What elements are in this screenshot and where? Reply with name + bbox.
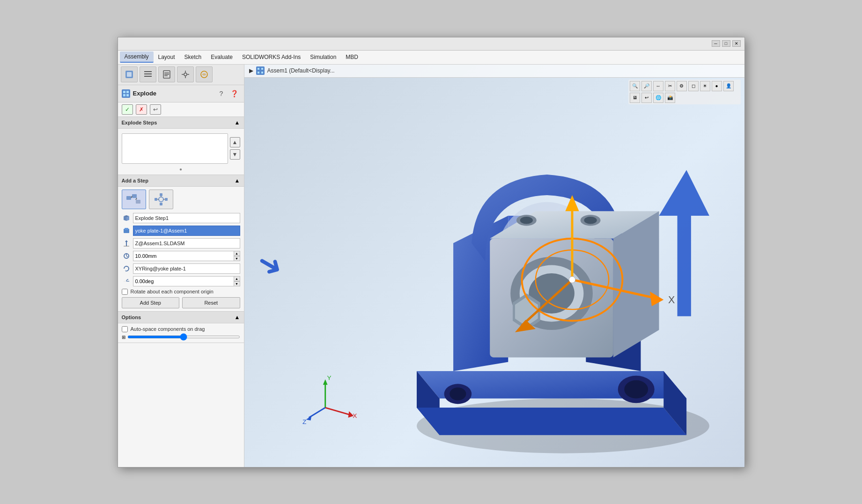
- menu-item-layout[interactable]: Layout: [154, 52, 180, 62]
- mount-hole-1-inner: [520, 216, 532, 224]
- steps-scroll-up[interactable]: ▲: [230, 137, 240, 147]
- menu-item-simulation[interactable]: Simulation: [305, 52, 341, 62]
- steps-scroll-down[interactable]: ▼: [230, 149, 240, 160]
- maximize-button[interactable]: □: [722, 40, 730, 47]
- help-button[interactable]: ?: [216, 88, 227, 99]
- svg-point-9: [184, 73, 187, 76]
- svg-rect-18: [126, 94, 129, 96]
- svg-rect-6: [164, 73, 169, 73]
- tab-move-component[interactable]: [177, 66, 194, 82]
- step-icons-row: [122, 190, 240, 209]
- step-name-input[interactable]: [133, 213, 240, 223]
- confirm-row: ✓ ✗ ↩: [118, 102, 244, 117]
- distance-input[interactable]: [133, 251, 234, 261]
- explode-title-icon: [122, 89, 130, 98]
- x-label: X: [668, 294, 675, 306]
- vp-btn-7[interactable]: ☀: [700, 81, 710, 91]
- svg-rect-45: [258, 72, 259, 73]
- cmd-tabs: [118, 65, 244, 85]
- vp-btn-8[interactable]: ●: [712, 81, 722, 91]
- angle-spinner: ▲ ▼: [133, 276, 240, 286]
- ok-button[interactable]: ✓: [122, 104, 133, 115]
- back-button[interactable]: ↩: [150, 104, 161, 115]
- vp-btn-2[interactable]: 🔎: [641, 81, 652, 91]
- steps-list[interactable]: [122, 133, 228, 164]
- viewport[interactable]: ▶ Assem1 (Default<Display... ➜: [244, 65, 744, 467]
- menu-bar: Assembly Layout Sketch Evaluate SOLIDWOR…: [118, 51, 744, 65]
- annotation-blue-arrow: [659, 170, 709, 316]
- svg-text:Z: Z: [302, 418, 306, 425]
- assembly-icon: [256, 66, 265, 75]
- vp-btn-10[interactable]: 🖥: [630, 93, 640, 103]
- components-row: [122, 226, 240, 236]
- options-title: Options: [122, 314, 141, 320]
- svg-line-23: [136, 198, 137, 200]
- regular-step-button[interactable]: [122, 190, 146, 209]
- close-button[interactable]: ✕: [732, 40, 741, 47]
- menu-item-mbd[interactable]: MBD: [341, 52, 363, 62]
- vp-btn-3[interactable]: ↔: [653, 81, 663, 91]
- reset-button[interactable]: Reset: [182, 297, 240, 308]
- rotation-ref-row: [122, 263, 240, 274]
- base-plate-bottom: [417, 408, 686, 435]
- svg-point-24: [159, 197, 163, 202]
- vp-btn-1[interactable]: 🔍: [630, 81, 640, 91]
- direction-icon: [122, 239, 131, 248]
- add-step-header[interactable]: Add a Step ▲: [118, 175, 244, 187]
- auto-space-checkbox[interactable]: [122, 326, 128, 332]
- radial-step-button[interactable]: [149, 190, 173, 209]
- menu-item-evaluate[interactable]: Evaluate: [206, 52, 237, 62]
- vp-btn-12[interactable]: 🌐: [653, 93, 663, 103]
- vp-btn-11[interactable]: ↩: [641, 93, 652, 103]
- angle-down-btn[interactable]: ▼: [234, 281, 240, 286]
- question-button[interactable]: ❓: [229, 88, 240, 99]
- menu-item-addins[interactable]: SOLIDWORKS Add-Ins: [237, 52, 305, 62]
- add-step-button[interactable]: Add Step: [122, 297, 180, 308]
- expand-icon: ▶: [249, 67, 253, 74]
- vp-btn-4[interactable]: ✂: [665, 81, 675, 91]
- assembly-path: Assem1 (Default<Display...: [267, 67, 335, 74]
- svg-rect-43: [258, 68, 259, 70]
- distance-spinner: ▲ ▼: [133, 251, 240, 261]
- spacing-slider[interactable]: [127, 336, 240, 338]
- svg-rect-22: [136, 200, 140, 204]
- tab-property[interactable]: [158, 66, 175, 82]
- explode-steps-title: Explode Steps: [122, 120, 157, 125]
- components-input[interactable]: [133, 226, 240, 236]
- tab-feature-tree[interactable]: [140, 66, 156, 82]
- angle-up-btn[interactable]: ▲: [234, 276, 240, 281]
- tab-3d-view[interactable]: [121, 66, 138, 82]
- vp-btn-13[interactable]: 📸: [665, 93, 675, 103]
- slider-row: ⊞: [122, 335, 240, 340]
- menu-item-sketch[interactable]: Sketch: [180, 52, 206, 62]
- vp-btn-9[interactable]: 👤: [723, 81, 734, 91]
- panel-header: Explode ? ❓: [118, 85, 244, 102]
- add-step-content: ▲ ▼: [118, 187, 244, 312]
- distance-up-btn[interactable]: ▲: [234, 251, 240, 256]
- direction-input[interactable]: [133, 238, 240, 248]
- feature-panel: Explode ? ❓ ✓ ✗ ↩ Explode Steps ▲: [118, 85, 244, 467]
- svg-rect-26: [165, 198, 168, 201]
- panel-actions: ? ❓: [216, 88, 240, 99]
- vp-btn-5[interactable]: ⚙: [677, 81, 687, 91]
- svg-marker-40: [125, 270, 126, 272]
- svg-rect-25: [155, 198, 157, 201]
- svg-rect-16: [126, 91, 129, 93]
- svg-rect-1: [127, 72, 132, 77]
- menu-item-assembly[interactable]: Assembly: [120, 51, 154, 63]
- options-header[interactable]: Options ▲: [118, 312, 244, 323]
- auto-space-label: Auto-space components on drag: [131, 326, 205, 332]
- rotation-ref-input[interactable]: [133, 263, 240, 274]
- vp-btn-6[interactable]: ◻: [688, 81, 699, 91]
- minimize-button[interactable]: ─: [712, 40, 720, 47]
- svg-rect-19: [126, 196, 131, 200]
- angle-input[interactable]: [133, 276, 234, 286]
- tab-display[interactable]: [196, 66, 213, 82]
- rotate-origin-checkbox[interactable]: [122, 289, 128, 295]
- cancel-button[interactable]: ✗: [136, 104, 147, 115]
- panel-title-text: Explode: [133, 90, 157, 97]
- svg-rect-15: [123, 91, 125, 93]
- distance-down-btn[interactable]: ▼: [234, 256, 240, 261]
- explode-steps-header[interactable]: Explode Steps ▲: [118, 117, 244, 129]
- svg-line-50: [325, 408, 350, 415]
